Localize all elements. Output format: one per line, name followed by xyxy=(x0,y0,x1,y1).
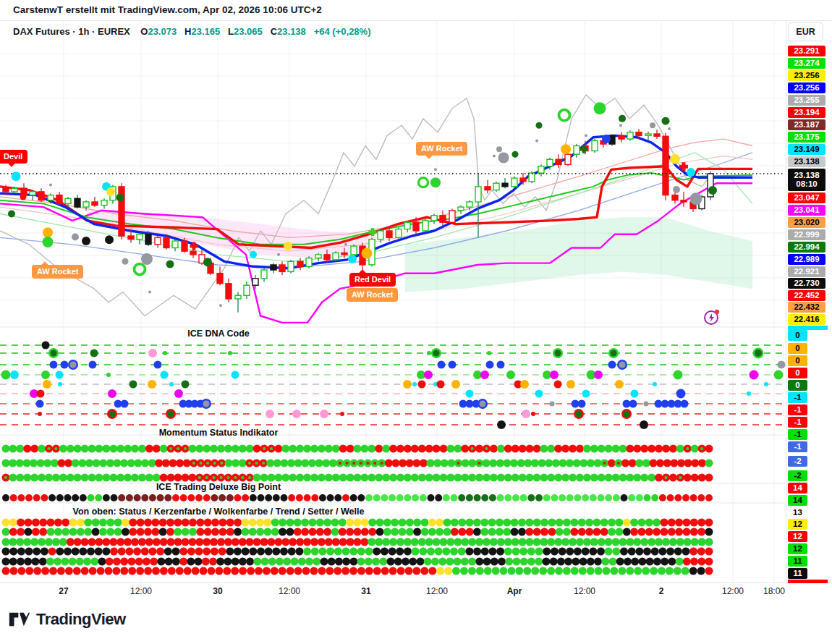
candle xyxy=(244,285,250,295)
change-value: +64 (+0,28%) xyxy=(314,26,371,37)
symbol-title[interactable]: DAX Futures · 1h · EUREX xyxy=(13,26,130,37)
candle xyxy=(164,237,169,247)
candle xyxy=(475,187,481,202)
candle xyxy=(172,241,178,247)
tradingview-chart-export: CarstenwT erstellt mit TradingView.com, … xyxy=(0,0,832,644)
ohlc-high-value: 23.165 xyxy=(191,26,220,37)
candle xyxy=(396,229,402,238)
time-axis-label: 12:00 xyxy=(426,586,448,596)
candle xyxy=(128,236,134,240)
candle xyxy=(423,221,428,231)
candle xyxy=(83,202,89,207)
price-label: 22.989 xyxy=(788,254,825,265)
candle xyxy=(12,188,17,192)
candle xyxy=(226,284,232,299)
attribution-text: CarstenwT erstellt mit TradingView.com, … xyxy=(13,4,322,15)
price-label: -1 xyxy=(788,417,807,428)
tradingview-logo-text: TradingView xyxy=(36,610,126,629)
time-axis-label: 12:00 xyxy=(722,586,744,596)
price-label: 22.730 xyxy=(788,278,825,289)
price-label: 23.047 xyxy=(788,192,825,203)
candle xyxy=(547,159,553,166)
tradingview-logo[interactable]: TradingView xyxy=(9,610,126,629)
candle xyxy=(137,234,143,240)
signal-label: Red Devil xyxy=(349,273,396,287)
candle xyxy=(155,237,161,244)
candle xyxy=(315,255,321,258)
candle xyxy=(252,279,258,285)
price-label: 22.921 xyxy=(788,266,825,277)
candle xyxy=(235,295,241,299)
candle xyxy=(663,136,668,195)
price-label: 23.255 xyxy=(788,95,825,106)
price-label: 14 xyxy=(788,483,807,493)
time-axis-label: Apr xyxy=(507,586,522,596)
candle xyxy=(467,202,472,207)
symbol-legend[interactable]: DAX Futures · 1h · EUREX O23.073 H23.165… xyxy=(13,26,370,37)
time-axis-divider xyxy=(0,582,832,583)
candle xyxy=(645,134,651,135)
signal-label: AW Rocket xyxy=(32,265,83,279)
candle xyxy=(458,207,464,211)
candle xyxy=(30,192,35,195)
price-label: 12 xyxy=(788,543,807,554)
candle xyxy=(538,166,544,173)
price-label: 23.194 xyxy=(788,107,825,118)
candle xyxy=(502,183,508,187)
time-axis-label: 31 xyxy=(361,586,370,596)
price-label: 11 xyxy=(788,568,807,579)
price-label: 23.041 xyxy=(788,205,825,216)
price-scale-divider xyxy=(786,20,786,583)
price-label: 22.999 xyxy=(788,229,825,240)
ice-dna-pane xyxy=(0,342,786,430)
candle xyxy=(145,234,151,245)
price-label: 13 xyxy=(788,507,807,518)
candle xyxy=(351,246,357,255)
candle xyxy=(341,253,347,255)
candle xyxy=(529,173,535,182)
currency-button[interactable]: EUR xyxy=(788,22,823,41)
candle xyxy=(65,198,71,203)
candle xyxy=(75,198,80,207)
candle xyxy=(3,188,9,192)
price-label: 0 xyxy=(788,368,807,378)
tradingview-logo-mark xyxy=(9,610,30,629)
price-label: 22.432 xyxy=(788,302,825,313)
signal-label: AW Rocket xyxy=(416,142,467,156)
signal-label: Devil xyxy=(0,150,27,164)
price-label: 0 xyxy=(788,343,807,354)
scale-strip xyxy=(788,580,828,583)
price-label: 23.175 xyxy=(788,132,825,143)
price-label: 11 xyxy=(788,556,807,567)
ohlc-open-label: O xyxy=(140,26,148,37)
candle xyxy=(636,132,642,136)
ohlc-low-value: 23.065 xyxy=(234,26,263,37)
candle xyxy=(556,159,561,164)
time-axis-label: 30 xyxy=(213,586,222,596)
price-label: 0 xyxy=(788,355,807,366)
ohlc-open-value: 23.073 xyxy=(148,26,177,37)
candle xyxy=(413,222,419,231)
pane-title-vonoben: Von oben: Status / Kerzenfarbe / Wolkenf… xyxy=(73,507,365,517)
candle xyxy=(493,183,499,190)
price-label: 22.416 xyxy=(788,314,825,325)
candle xyxy=(520,178,526,182)
time-axis-label: 12:00 xyxy=(279,586,300,596)
flash-boost-icon[interactable] xyxy=(703,309,720,326)
candle xyxy=(306,258,312,267)
ohlc-close-label: C xyxy=(271,26,277,37)
candle xyxy=(574,146,580,155)
price-label: 23.291 xyxy=(788,46,825,56)
price-label: 14 xyxy=(788,495,807,506)
candle xyxy=(654,134,660,136)
price-label: 23.13808:10 xyxy=(788,169,825,191)
price-label: 12 xyxy=(788,519,807,530)
candle xyxy=(217,274,223,284)
price-label: 23.020 xyxy=(788,217,825,228)
price-label: 0 xyxy=(788,330,807,341)
price-label: -2 xyxy=(788,456,807,467)
price-label: 0 xyxy=(788,380,807,391)
price-label: 23.187 xyxy=(788,119,825,130)
price-label: -1 xyxy=(788,404,807,415)
candle xyxy=(271,265,276,270)
